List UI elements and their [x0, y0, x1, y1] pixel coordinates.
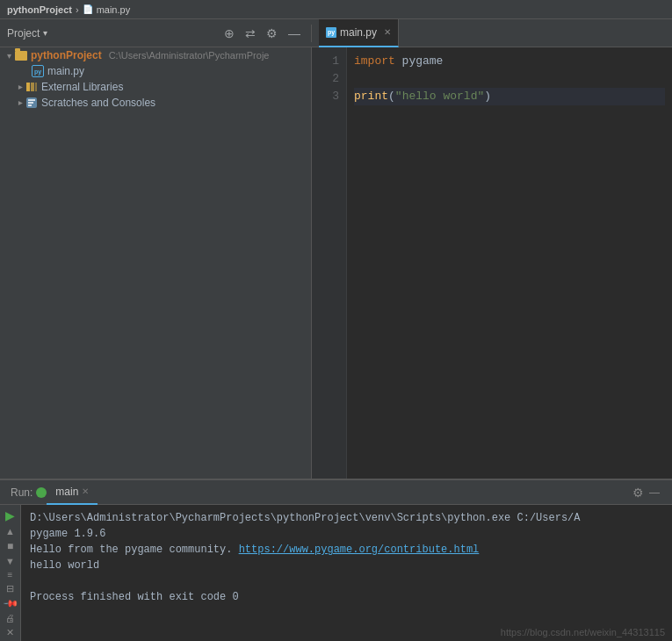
ext-libs-arrow: ▾	[15, 85, 25, 90]
code-line-3: print("hello world")	[354, 88, 665, 105]
tab-close-icon[interactable]: ✕	[384, 27, 391, 37]
ext-libs-icon	[25, 81, 38, 93]
output-line-community: Hello from the pygame community. https:/…	[30, 542, 663, 558]
scratches-label: Scratches and Consoles	[41, 97, 155, 109]
py-file-icon: py	[32, 65, 44, 77]
run-play-button[interactable]: ▶	[5, 508, 15, 522]
filter-button[interactable]: ⊟	[6, 583, 14, 594]
settings-icon[interactable]: ⚙	[263, 25, 281, 42]
project-folder-icon	[15, 51, 27, 61]
bottom-tab-main[interactable]: main ✕	[47, 480, 98, 505]
close-paren: )	[484, 88, 491, 105]
bottom-gear-icon[interactable]: ⚙	[632, 486, 644, 500]
project-expand-arrow: ▾	[7, 51, 11, 61]
project-arrow-icon[interactable]: ▾	[43, 28, 47, 38]
ide-main: Project ▾ ⊕ ⇄ ⚙ — py main.py ✕ ▾	[0, 19, 672, 641]
project-crumb: pythonProject	[7, 4, 72, 15]
svg-rect-0	[26, 83, 30, 91]
file-icon-small: 📄	[83, 4, 93, 14]
ext-libs-label: External Libraries	[41, 81, 123, 93]
bottom-toolbar: ▶ ▲ ■ ▼ ≡ ⊟ 📌 🖨 ✕	[0, 505, 21, 641]
project-path: C:\Users\Administrator\PycharmProje	[109, 50, 270, 61]
line-num-2: 2	[319, 70, 339, 88]
import-keyword: import	[354, 53, 395, 70]
main-py-label: main.py	[47, 65, 84, 77]
sync-icon[interactable]: ⇄	[242, 25, 259, 42]
print-button[interactable]: 🖨	[5, 613, 15, 623]
output-line-blank	[30, 573, 663, 589]
scroll-down-button[interactable]: ▼	[5, 556, 15, 566]
py-tab-icon: py	[326, 27, 336, 38]
scratches-arrow: ▾	[15, 101, 25, 105]
close-button[interactable]: ✕	[6, 627, 14, 638]
minimize-icon[interactable]: —	[285, 25, 304, 42]
svg-rect-2	[35, 83, 37, 91]
output-line-cmd: D:\Users\Administrator\PycharmProjects\p…	[30, 510, 663, 526]
breadcrumb: pythonProject › 📄 main.py	[7, 4, 130, 15]
watermark: https://blog.csdn.net/weixin_44313115	[501, 627, 665, 637]
bottom-minimize-icon[interactable]: —	[649, 486, 660, 499]
bottom-tab-main-label: main	[55, 486, 78, 498]
sidebar-item-scratches[interactable]: ▾ Scratches and Consoles	[0, 95, 311, 111]
run-status-icon	[36, 487, 47, 498]
line-numbers: 1 2 3	[312, 47, 347, 479]
content-area: ▾ pythonProject C:\Users\Administrator\P…	[0, 47, 672, 479]
sidebar-item-external-libs[interactable]: ▾ External Libraries	[0, 79, 311, 95]
sidebar-item-project[interactable]: ▾ pythonProject C:\Users\Administrator\P…	[0, 47, 311, 63]
toolbar: Project ▾ ⊕ ⇄ ⚙ — py main.py ✕	[0, 19, 672, 47]
toolbar-right: py main.py ✕	[312, 19, 672, 47]
bottom-tab-close-icon[interactable]: ✕	[82, 486, 89, 496]
breadcrumb-separator: ›	[76, 4, 79, 15]
bottom-content: ▶ ▲ ■ ▼ ≡ ⊟ 📌 🖨 ✕ D:\Users\Administrator…	[0, 505, 672, 641]
output-line-exit: Process finished with exit code 0	[30, 589, 663, 605]
scroll-up-button[interactable]: ▲	[5, 526, 15, 537]
editor-area: 1 2 3 import pygame print("hello world")	[312, 47, 672, 479]
bottom-right-icons: ⚙ —	[632, 486, 665, 500]
toolbar-left: Project ▾ ⊕ ⇄ ⚙ —	[0, 25, 312, 42]
editor-content[interactable]: 1 2 3 import pygame print("hello world")	[312, 47, 672, 479]
hello-string: "hello world"	[395, 88, 484, 105]
line-num-1: 1	[319, 53, 339, 70]
sidebar: ▾ pythonProject C:\Users\Administrator\P…	[0, 47, 312, 479]
community-prefix: Hello from the pygame community.	[30, 544, 239, 556]
title-bar: pythonProject › 📄 main.py	[0, 0, 672, 19]
add-icon[interactable]: ⊕	[220, 25, 238, 42]
line-num-3: 3	[319, 88, 339, 105]
code-line-1: import pygame	[354, 53, 665, 70]
run-label: Run:	[7, 486, 36, 499]
project-name: pythonProject	[31, 49, 102, 61]
file-crumb: main.py	[97, 4, 131, 15]
bottom-output: D:\Users\Administrator\PycharmProjects\p…	[21, 505, 672, 641]
community-link[interactable]: https://www.pygame.org/contribute.html	[239, 544, 480, 556]
output-line-version: pygame 1.9.6	[30, 526, 663, 542]
scratches-icon	[25, 97, 38, 109]
py-tab-icon-text: py	[328, 29, 335, 35]
wrap-button[interactable]: ≡	[8, 570, 13, 580]
sidebar-item-main-py[interactable]: py main.py	[0, 63, 311, 79]
output-line-hello: hello world	[30, 558, 663, 573]
code-line-2	[354, 70, 665, 88]
sidebar-scroll: ▾ pythonProject C:\Users\Administrator\P…	[0, 47, 311, 479]
print-func: print	[354, 88, 388, 105]
file-tab-main-py[interactable]: py main.py ✕	[319, 19, 399, 47]
pygame-module: pygame	[395, 53, 444, 70]
pin-button[interactable]: 📌	[2, 595, 18, 612]
project-label: Project	[7, 27, 40, 40]
bottom-tabs: Run: main ✕ ⚙ —	[0, 480, 672, 505]
bottom-panel: Run: main ✕ ⚙ — ▶ ▲ ■ ▼ ≡ ⊟ 📌 🖨 ✕	[0, 479, 672, 641]
open-paren: (	[388, 88, 395, 105]
file-tab-label: main.py	[340, 26, 377, 39]
svg-rect-1	[31, 83, 34, 91]
stop-button[interactable]: ■	[7, 540, 13, 552]
code-lines[interactable]: import pygame print("hello world")	[347, 47, 672, 479]
